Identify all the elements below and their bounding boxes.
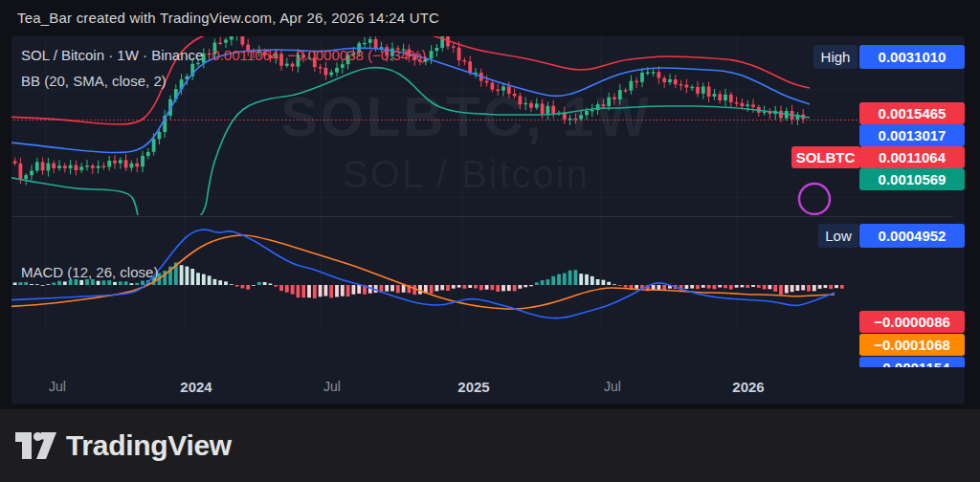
attribution-text: Tea_Bar created with TradingView.com, Ap… xyxy=(17,0,439,36)
macd-indicator-legend[interactable]: MACD (12, 26, close) xyxy=(21,264,158,280)
legend-last-price: 0.0011064 xyxy=(212,47,278,63)
symbol-legend-text: SOL / Bitcoin · 1W · Binance xyxy=(21,47,203,63)
symbol-price-chip: SOLBTC xyxy=(791,146,859,168)
time-tick: Jul xyxy=(604,379,621,394)
time-tick: 2025 xyxy=(457,379,489,395)
footer-bar: TradingView xyxy=(0,409,980,482)
bb-basis-badge: 0.0013017 xyxy=(859,124,965,146)
time-tick: Jul xyxy=(49,379,66,394)
bb-lower-badge: 0.0010569 xyxy=(859,168,965,190)
bb-indicator-legend[interactable]: BB (20, SMA, close, 2) xyxy=(21,73,167,89)
price-macd-chart[interactable] xyxy=(11,36,965,404)
time-tick: 2024 xyxy=(180,379,212,395)
bb-upper-badge: 0.0015465 xyxy=(859,102,965,124)
low-value-badge: 0.0004952 xyxy=(859,224,965,248)
high-label: High xyxy=(813,45,858,69)
time-tick: 2026 xyxy=(732,379,764,395)
chart-panel: SOLBTC, 1W SOL / Bitcoin SOL / Bitcoin ·… xyxy=(11,36,965,404)
time-axis[interactable]: Jul 2024 Jul 2025 Jul 2026 xyxy=(11,371,965,404)
tradingview-wordmark[interactable]: TradingView xyxy=(66,429,232,462)
legend-change: −0.0000038 (−0.34%) xyxy=(287,47,426,63)
time-tick: Jul xyxy=(323,379,341,394)
high-value-badge: 0.0031010 xyxy=(859,45,965,69)
last-price-badge: 0.0011064 xyxy=(859,146,965,168)
page: Tea_Bar created with TradingView.com, Ap… xyxy=(0,0,980,482)
symbol-legend[interactable]: SOL / Bitcoin · 1W · Binance0.0011064−0.… xyxy=(21,47,426,63)
tradingview-logo[interactable] xyxy=(13,427,57,465)
low-label: Low xyxy=(818,224,858,248)
